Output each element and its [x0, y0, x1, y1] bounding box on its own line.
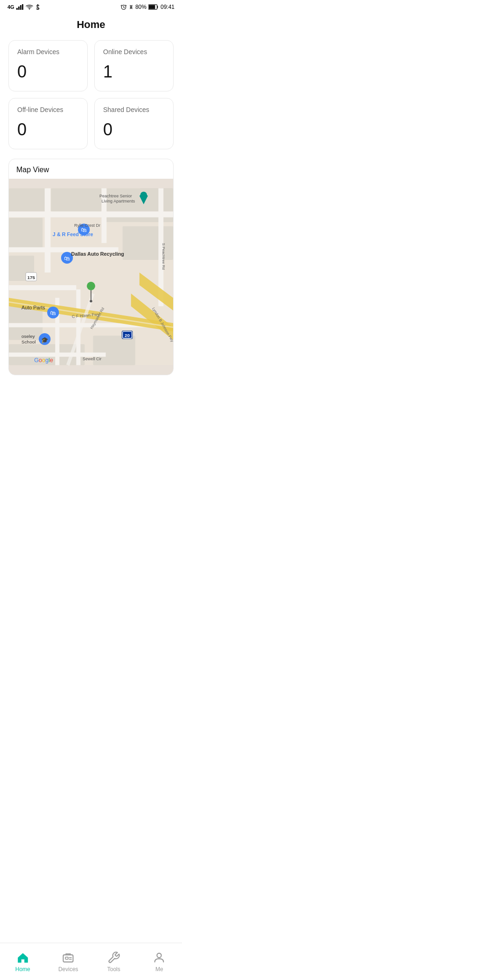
- usb-icon: [35, 4, 41, 10]
- svg-text:🛍: 🛍: [64, 255, 70, 262]
- svg-rect-11: [51, 188, 101, 211]
- svg-rect-3: [22, 4, 23, 10]
- svg-text:Auto Parts: Auto Parts: [21, 305, 45, 310]
- shared-devices-label: Shared Devices: [103, 106, 165, 113]
- svg-text:S Peachtree Rd: S Peachtree Rd: [161, 243, 166, 270]
- page-title: Home: [0, 12, 182, 40]
- svg-point-47: [140, 192, 147, 198]
- svg-text:Rylie Crest Dr: Rylie Crest Dr: [74, 223, 100, 228]
- status-bar: 4G 80%: [0, 0, 182, 12]
- svg-point-35: [87, 282, 95, 290]
- alarm-clock-icon: [120, 4, 127, 10]
- svg-text:20: 20: [125, 333, 130, 338]
- offline-devices-card: Off-line Devices 0: [8, 98, 88, 149]
- svg-rect-13: [9, 218, 42, 252]
- svg-rect-10: [9, 188, 47, 213]
- svg-text:Google: Google: [34, 357, 53, 364]
- svg-text:School: School: [21, 339, 35, 344]
- online-devices-label: Online Devices: [103, 48, 165, 56]
- map-container[interactable]: 🛍 🛍 🛍 🎓 Rylie Crest Dr J & R Feed Store …: [9, 179, 173, 375]
- svg-text:Sewell Cir: Sewell Cir: [83, 357, 102, 361]
- status-left: 4G: [7, 4, 41, 10]
- stats-grid: Alarm Devices 0 Online Devices 1 Off-lin…: [0, 40, 182, 157]
- wifi-icon: [26, 4, 33, 10]
- svg-text:🎓: 🎓: [41, 336, 49, 344]
- time-display: 09:41: [161, 4, 175, 10]
- svg-text:175: 175: [28, 275, 35, 280]
- svg-point-4: [28, 8, 29, 9]
- signal-text: 4G: [7, 4, 14, 10]
- svg-text:J & R Feed Store: J & R Feed Store: [53, 231, 93, 237]
- alarm-devices-label: Alarm Devices: [17, 48, 79, 56]
- svg-text:Peachtree Senior: Peachtree Senior: [99, 194, 132, 198]
- map-view-title: Map View: [9, 159, 173, 179]
- svg-rect-20: [9, 211, 173, 217]
- offline-devices-value: 0: [17, 120, 79, 140]
- svg-rect-2: [20, 5, 21, 10]
- map-section: Map View: [8, 159, 174, 375]
- svg-rect-1: [18, 7, 20, 10]
- shared-devices-value: 0: [103, 120, 165, 140]
- battery-text: 80%: [135, 4, 147, 10]
- svg-text:oseley: oseley: [21, 334, 35, 339]
- signal-bars-icon: [16, 4, 24, 10]
- svg-text:Living Apartments: Living Apartments: [102, 199, 135, 203]
- battery-icon: [148, 4, 159, 10]
- shared-devices-card: Shared Devices 0: [94, 98, 174, 149]
- online-devices-card: Online Devices 1: [94, 40, 174, 91]
- svg-rect-22: [9, 285, 76, 290]
- svg-rect-7: [149, 5, 155, 9]
- svg-text:Dallas Auto Recycling: Dallas Auto Recycling: [71, 251, 124, 257]
- alarm-devices-value: 0: [17, 62, 79, 82]
- bluetooth-icon: [129, 4, 133, 10]
- svg-point-37: [90, 300, 92, 302]
- map-svg: 🛍 🛍 🛍 🎓 Rylie Crest Dr J & R Feed Store …: [9, 179, 173, 375]
- offline-devices-label: Off-line Devices: [17, 106, 79, 113]
- status-right: 80% 09:41: [120, 4, 175, 10]
- online-devices-value: 1: [103, 62, 165, 82]
- svg-rect-25: [45, 188, 51, 273]
- svg-rect-0: [16, 8, 18, 10]
- alarm-devices-card: Alarm Devices 0: [8, 40, 88, 91]
- svg-text:🛍: 🛍: [50, 310, 56, 316]
